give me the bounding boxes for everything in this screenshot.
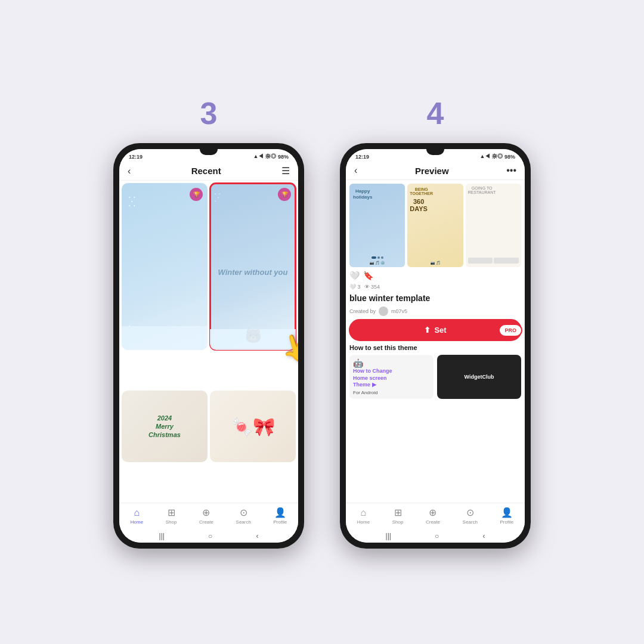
shop-icon-3: ⊞: [168, 507, 175, 518]
stats-row: 🤍 3 👁 354: [349, 284, 521, 290]
template-title: blue winter template: [349, 293, 521, 303]
step-4-number: 4: [427, 95, 444, 131]
shop-label-3: Shop: [166, 519, 177, 525]
nav-create-3[interactable]: ⊕ Create: [199, 507, 213, 525]
thumb-1[interactable]: Happyholidays 📷 🎵 ⚙️: [349, 184, 405, 267]
search-label-3: Search: [236, 519, 251, 525]
phone-3-screen: 12:19 ▲◀ 奈◎ 98% ‹ Recent ☰: [119, 149, 298, 543]
profile-icon-4: 👤: [501, 507, 513, 518]
thumb-1-icons: 📷 🎵 ⚙️: [349, 261, 405, 265]
shop-label-4: Shop: [392, 519, 404, 525]
change-theme-text: How to ChangeHome screenTheme ▶: [353, 368, 430, 389]
back-icon-3[interactable]: ‹: [128, 166, 131, 177]
candy-emoji: 🍬🎀: [231, 416, 275, 437]
step-3: 3 12:19 ▲◀ 奈◎ 98% ‹ Recent ☰: [113, 95, 304, 549]
created-by-label: Created by: [349, 308, 376, 314]
bookmark-icon[interactable]: 🔖: [363, 271, 373, 280]
widgetclub-card[interactable]: WidgetClub: [437, 355, 521, 399]
snow-dots-left: • • •• •: [129, 195, 135, 208]
screen-title-3: Recent: [191, 166, 221, 176]
create-label-4: Create: [426, 519, 440, 525]
nav-home-3[interactable]: ⌂ Home: [131, 507, 143, 525]
screen-content-3: 🏆 • • •• • • • 🏆 • • •• Winter without y…: [119, 181, 298, 503]
gesture-3-1: |||: [159, 532, 165, 540]
notch-4: [426, 149, 444, 155]
nav-profile-4[interactable]: 👤 Profile: [500, 507, 514, 525]
nav-search-3[interactable]: ⊙ Search: [236, 507, 251, 525]
android-label: For Android: [353, 390, 430, 395]
notch-3: [200, 149, 218, 155]
battery-icons-4: ▲◀ 奈◎: [480, 153, 503, 160]
set-button[interactable]: ⬆ Set PRO: [349, 320, 521, 340]
views-stat: 👁 354: [364, 284, 380, 290]
nav-home-4[interactable]: ⌂ Home: [357, 507, 370, 525]
action-row: 🤍 🔖: [349, 271, 521, 280]
winter-text: Winter without you: [218, 268, 288, 278]
thumb-3[interactable]: GOING TORESTAURANT: [466, 184, 521, 267]
profile-icon-3: 👤: [274, 507, 286, 518]
right-blue-card[interactable]: 🏆 • • •• Winter without you 🐻: [210, 183, 296, 350]
android-card[interactable]: 🤖 How to ChangeHome screenTheme ▶ For An…: [349, 355, 434, 399]
main-container: 3 12:19 ▲◀ 奈◎ 98% ‹ Recent ☰: [89, 72, 555, 572]
status-bar-4: 12:19 ▲◀ 奈◎ 98%: [346, 149, 525, 162]
thumb-3-grid: [466, 258, 521, 264]
nav-create-4[interactable]: ⊕ Create: [426, 507, 440, 525]
right-card-badge: 🏆: [278, 188, 291, 201]
grid-3: 🏆 • • •• • • • 🏆 • • •• Winter without y…: [119, 181, 298, 503]
action-icons[interactable]: 🤍 🔖: [349, 271, 373, 280]
preview-content: Happyholidays 📷 🎵 ⚙️ BEINGTOGE: [346, 180, 525, 503]
snow-dots-right: • • ••: [215, 192, 220, 203]
preview-thumbnails: Happyholidays 📷 🎵 ⚙️ BEINGTOGE: [349, 184, 521, 267]
back-icon-4[interactable]: ‹: [354, 165, 357, 176]
heart-icon[interactable]: 🤍: [349, 271, 360, 280]
price-badge: PRO: [499, 324, 522, 337]
battery-4: ▲◀ 奈◎ 98%: [480, 153, 515, 160]
left-card-badge: 🏆: [190, 188, 203, 201]
phone-3: 12:19 ▲◀ 奈◎ 98% ‹ Recent ☰: [113, 143, 304, 549]
nav-shop-4[interactable]: ⊞ Shop: [392, 507, 404, 525]
battery-icons-3: ▲◀ 奈◎: [253, 153, 276, 160]
time-4: 12:19: [355, 154, 369, 160]
more-icon-4[interactable]: •••: [506, 165, 516, 176]
gesture-3-3: ‹: [256, 532, 258, 540]
gesture-bar-4: ||| ○ ‹: [346, 530, 525, 543]
menu-icon-3[interactable]: ☰: [281, 165, 290, 177]
android-icon: 🤖: [353, 358, 363, 368]
gesture-bar-3: ||| ○ ‹: [119, 530, 298, 543]
set-button-wrapper: ⬆ Set PRO 👆: [349, 320, 521, 340]
christmas-card[interactable]: 2024MerryChristmas: [122, 391, 208, 462]
thumb-2-days: 360DAYS: [410, 198, 428, 212]
thumb-dot-active: [371, 256, 376, 259]
left-blue-card[interactable]: 🏆 • • •• • • •: [122, 183, 208, 350]
nav-shop-3[interactable]: ⊞ Shop: [166, 507, 177, 525]
thumb-2-icons: 📷 🎵: [407, 261, 463, 265]
screen-content-4: Happyholidays 📷 🎵 ⚙️ BEINGTOGE: [346, 180, 525, 503]
nav-search-4[interactable]: ⊙ Search: [463, 507, 478, 525]
thumb-dot-1: [377, 256, 380, 259]
bottom-nav-3: ⌂ Home ⊞ Shop ⊕ Create ⊙ Search: [119, 503, 298, 530]
profile-label-3: Profile: [274, 519, 287, 525]
creator-name: m07v5: [391, 308, 407, 314]
search-label-4: Search: [463, 519, 478, 525]
search-icon-4: ⊙: [466, 507, 474, 518]
gesture-4-3: ‹: [482, 532, 485, 540]
how-to-section: How to set this theme: [349, 344, 521, 351]
likes-stat: 🤍 3: [349, 284, 361, 290]
thumb-2[interactable]: BEINGTOGETHER 360DAYS 📷 🎵: [407, 184, 463, 267]
top-nav-4: ‹ Preview •••: [346, 162, 525, 180]
battery-3: ▲◀ 奈◎ 98%: [253, 153, 289, 160]
snow-ground-left: [122, 326, 208, 350]
step-4: 4 12:19 ▲◀ 奈◎ 98% ‹ Preview •••: [340, 95, 531, 549]
wc-label: WidgetClub: [465, 374, 494, 380]
candy-card[interactable]: 🍬🎀: [210, 391, 296, 462]
step-3-number: 3: [200, 95, 218, 131]
snow-ground-right: [210, 329, 296, 350]
bottom-nav-4: ⌂ Home ⊞ Shop ⊕ Create ⊙ Search: [346, 503, 525, 530]
gesture-4-2: ○: [435, 532, 439, 540]
time-3: 12:19: [129, 154, 143, 160]
nav-profile-3[interactable]: 👤 Profile: [274, 507, 287, 525]
thumb-3-text: GOING TORESTAURANT: [468, 186, 496, 194]
christmas-text: 2024MerryChristmas: [148, 414, 181, 439]
status-bar-3: 12:19 ▲◀ 奈◎ 98%: [119, 149, 298, 162]
thumb-1-text: Happyholidays: [353, 188, 372, 200]
